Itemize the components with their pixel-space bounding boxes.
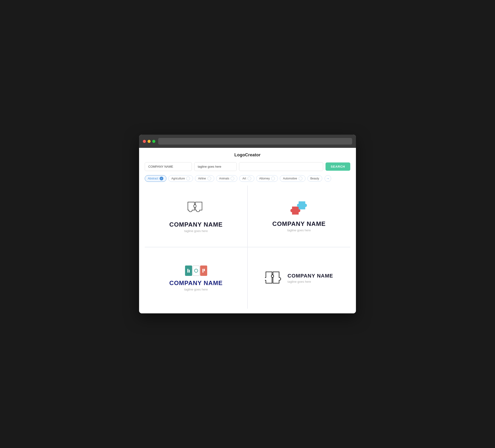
svg-rect-0 xyxy=(187,269,188,273)
logo3-tagline: tagline goes here xyxy=(169,288,222,291)
filter-chip-attorney[interactable]: Attorney ✓ xyxy=(256,175,278,182)
filter-label-abstract: Abstract xyxy=(148,177,158,180)
filter-chip-automotive[interactable]: Automotive ✓ xyxy=(280,175,305,182)
filter-label-animals: Animals xyxy=(219,177,229,180)
filter-check-automotive: ✓ xyxy=(299,177,302,180)
cb-teal-block xyxy=(185,266,192,276)
color-blocks-icon xyxy=(169,265,222,277)
filter-label-beauty: Beauty xyxy=(310,177,319,180)
tagline-input[interactable] xyxy=(194,162,237,171)
logo-card-1[interactable]: COMPANY NAME tagline goes here xyxy=(145,186,247,247)
search-button[interactable]: SEARCH xyxy=(326,162,350,171)
filter-chip-abstract[interactable]: Abstract ✓ xyxy=(145,175,166,182)
logo4-text-block: COMPANY NAME tagline goes here xyxy=(288,273,333,283)
filter-next-button[interactable]: → xyxy=(325,175,331,182)
logo1-tagline: tagline goes here xyxy=(169,229,222,233)
filter-check-art: ✓ xyxy=(248,177,251,180)
logo-card-4[interactable]: COMPANY NAME tagline goes here xyxy=(248,247,350,309)
filter-label-attorney: Attorney xyxy=(259,177,270,180)
cb-salmon-block xyxy=(200,266,207,276)
company-name-input[interactable] xyxy=(145,162,192,171)
logo-card-2[interactable]: COMPANY NAME tagline goes here xyxy=(248,186,350,247)
browser-titlebar xyxy=(139,135,356,148)
filter-chip-airline[interactable]: Airline ✓ xyxy=(195,175,214,182)
filter-check-attorney: ✓ xyxy=(271,177,275,180)
puzzle-outline-icon xyxy=(169,200,222,218)
filter-check-agriculture: ✓ xyxy=(186,177,190,180)
traffic-lights xyxy=(143,140,155,143)
logo-card-3[interactable]: COMPANY NAME tagline goes here xyxy=(145,247,247,309)
svg-rect-3 xyxy=(204,269,205,271)
logo-grid: COMPANY NAME tagline goes here C xyxy=(145,186,350,309)
filter-check-abstract: ✓ xyxy=(160,177,163,180)
logo-inner-1: COMPANY NAME tagline goes here xyxy=(169,200,222,233)
filter-chip-beauty[interactable]: Beauty xyxy=(307,175,322,182)
filter-bar: Abstract ✓ Agriculture ✓ Airline ✓ Anima… xyxy=(145,175,350,182)
logo-inner-2: COMPANY NAME tagline goes here xyxy=(272,200,326,232)
app-content: LogoCreator SEARCH Abstract ✓ Agricultur… xyxy=(139,148,356,313)
logo2-company-name: COMPANY NAME xyxy=(272,220,326,227)
logo-inner-4: COMPANY NAME tagline goes here xyxy=(265,269,333,286)
svg-rect-2 xyxy=(203,269,203,273)
cb-circle-block xyxy=(192,266,200,276)
logo1-company-name: COMPANY NAME xyxy=(169,221,222,228)
maximize-button[interactable] xyxy=(152,140,155,143)
puzzle-side-icon xyxy=(265,269,284,286)
filter-label-art: Art xyxy=(242,177,246,180)
search-bar: SEARCH xyxy=(145,162,350,171)
filter-chip-art[interactable]: Art ✓ xyxy=(239,175,254,182)
logo2-tagline: tagline goes here xyxy=(272,228,326,232)
browser-window: LogoCreator SEARCH Abstract ✓ Agricultur… xyxy=(139,135,356,313)
url-bar[interactable] xyxy=(158,138,352,144)
filter-check-airline: ✓ xyxy=(207,177,211,180)
logo4-company-name: COMPANY NAME xyxy=(288,273,333,279)
app-title: LogoCreator xyxy=(145,153,350,157)
logo-inner-3: COMPANY NAME tagline goes here xyxy=(169,265,222,291)
filter-label-agriculture: Agriculture xyxy=(171,177,185,180)
puzzle-colored-icon xyxy=(272,200,326,217)
close-button[interactable] xyxy=(143,140,146,143)
filter-label-airline: Airline xyxy=(198,177,206,180)
logo3-company-name: COMPANY NAME xyxy=(169,280,222,287)
minimize-button[interactable] xyxy=(148,140,151,143)
extra-search-input[interactable] xyxy=(239,162,323,171)
filter-label-automotive: Automotive xyxy=(283,177,297,180)
filter-check-animals: ✓ xyxy=(231,177,234,180)
filter-chip-animals[interactable]: Animals ✓ xyxy=(216,175,238,182)
svg-rect-1 xyxy=(189,270,190,273)
filter-chip-agriculture[interactable]: Agriculture ✓ xyxy=(168,175,193,182)
logo4-tagline: tagline goes here xyxy=(288,280,333,283)
